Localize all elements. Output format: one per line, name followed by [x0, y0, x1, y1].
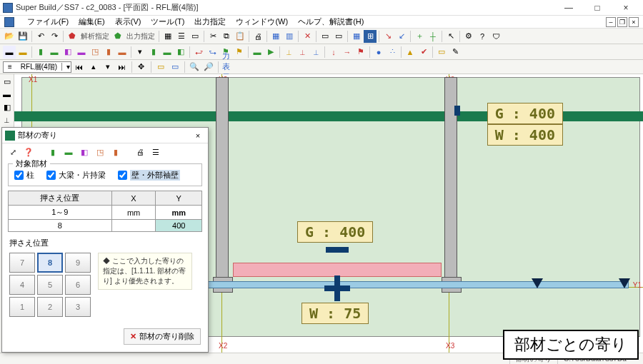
val-y[interactable]: 400	[156, 220, 202, 232]
mode1-icon[interactable]: ▬	[3, 46, 16, 59]
b4-icon[interactable]: ▬	[75, 46, 88, 59]
f1-icon[interactable]: ⮐	[192, 46, 205, 59]
dlg-col-icon[interactable]: ▮	[46, 146, 59, 158]
mdi-max[interactable]: ❐	[617, 17, 627, 27]
key-8[interactable]: 8	[37, 253, 63, 273]
dots-icon[interactable]: ∴	[386, 46, 399, 59]
vtool-4[interactable]: ⟂	[1, 114, 13, 126]
selbox2-icon[interactable]: ▭	[169, 61, 181, 74]
nav-last-icon[interactable]: ⏭	[116, 61, 129, 74]
dlg-brace-icon[interactable]: ◳	[94, 146, 106, 158]
zoomout-icon[interactable]: 🔎	[202, 61, 215, 74]
out-icon[interactable]: ⬟	[111, 30, 124, 43]
menu-tool[interactable]: ツール(T)	[151, 16, 184, 27]
g2-icon[interactable]: ▬	[161, 46, 174, 59]
b3-icon[interactable]: ◧	[61, 46, 74, 59]
tri-icon[interactable]: ▲	[404, 46, 417, 59]
axis-icon[interactable]: ┼	[427, 30, 439, 43]
layer-combo[interactable]: ≡ RFL層(4階) ▾	[3, 61, 71, 73]
menu-edit[interactable]: 編集(E)	[79, 16, 105, 27]
menu-window[interactable]: ウィンドウ(W)	[236, 16, 288, 27]
val-x[interactable]	[111, 220, 156, 232]
chk-column[interactable]: 柱	[14, 170, 34, 181]
shield-icon[interactable]: 🛡	[489, 30, 502, 43]
anchor2-icon[interactable]: ⟂	[296, 46, 309, 59]
pan-icon[interactable]: ✥	[135, 61, 148, 74]
check-icon[interactable]: ✔	[417, 46, 430, 59]
calc-icon[interactable]: ⬟	[66, 30, 79, 43]
play-icon[interactable]: ▶	[264, 46, 277, 59]
key-3[interactable]: 3	[65, 297, 91, 317]
chk-beam[interactable]: 大梁・片持梁	[46, 170, 106, 181]
b1-icon[interactable]: ▮	[34, 46, 47, 59]
mode2-icon[interactable]: ▬	[16, 46, 29, 59]
maximize-button[interactable]: □	[583, 0, 612, 16]
nav-up-icon[interactable]: ▴	[87, 61, 100, 74]
save-icon[interactable]: 💾	[16, 30, 29, 43]
dlg-print-icon[interactable]: 🖨	[134, 146, 146, 158]
vtool-2[interactable]: ▬	[1, 89, 13, 100]
mdi-min[interactable]: –	[606, 17, 616, 27]
dlg-wall-icon[interactable]: ◧	[78, 146, 91, 158]
menu-file[interactable]: ファイル(F)	[27, 16, 69, 27]
help-icon[interactable]: ?	[476, 30, 489, 43]
right-icon[interactable]: →	[341, 46, 354, 59]
pointer-icon[interactable]: ↖	[444, 30, 457, 43]
zoomin-icon[interactable]: 🔍	[188, 61, 201, 74]
layer-icon[interactable]: ☰	[175, 30, 188, 43]
chk-wall[interactable]: 壁・外部袖壁	[118, 170, 180, 181]
nav-first-icon[interactable]: ⏮	[73, 61, 86, 74]
key-1[interactable]: 1	[9, 297, 35, 317]
dlg-fit-icon[interactable]: ⤢	[6, 146, 19, 158]
b6-icon[interactable]: ▮	[102, 46, 115, 59]
selbox-icon[interactable]: ▭	[154, 61, 167, 74]
anchor1-icon[interactable]: ⟂	[282, 46, 295, 59]
undo-icon[interactable]: ↶	[34, 30, 47, 43]
vtool-1[interactable]: ▭	[1, 76, 13, 87]
key-4[interactable]: 4	[9, 275, 35, 295]
b7-icon[interactable]: ▬	[116, 46, 129, 59]
vtool-3[interactable]: ◧	[1, 101, 13, 113]
g1-icon[interactable]: ▮	[147, 46, 160, 59]
anchor3-icon[interactable]: ⟂	[309, 46, 322, 59]
win1-icon[interactable]: ▭	[319, 30, 332, 43]
rect-icon[interactable]: ▭	[189, 30, 201, 43]
snap-icon[interactable]: ⊞	[364, 30, 377, 43]
copy-icon[interactable]: ⧉	[220, 30, 233, 43]
handle-right[interactable]	[454, 106, 460, 116]
flag3-icon[interactable]: ⚑	[354, 46, 367, 59]
disp-icon[interactable]: 力表示	[221, 61, 234, 74]
dialog-close-button[interactable]: ×	[191, 131, 205, 140]
print-icon[interactable]: 🖨	[251, 30, 264, 43]
plus-icon[interactable]: ＋	[413, 30, 426, 43]
beam-pink[interactable]	[233, 263, 442, 277]
mdi-close[interactable]: ×	[629, 17, 639, 27]
menu-help[interactable]: ヘルプ、解説書(H)	[298, 16, 364, 27]
column-x2[interactable]	[216, 77, 229, 281]
f2-icon[interactable]: ⮑	[206, 46, 219, 59]
key-2[interactable]: 2	[37, 297, 63, 317]
chevron-down-icon[interactable]: ▾	[61, 63, 71, 71]
win2-icon[interactable]: ▭	[332, 30, 345, 43]
more1-icon[interactable]: ▾	[134, 46, 146, 59]
sq-icon[interactable]: ▬	[251, 46, 264, 59]
grid2-icon[interactable]: ▦	[269, 30, 282, 43]
dlg-list-icon[interactable]: ☰	[149, 146, 162, 158]
pencil-icon[interactable]: ✎	[449, 46, 462, 59]
key-7[interactable]: 7	[9, 253, 35, 273]
key-6[interactable]: 6	[65, 275, 91, 295]
close-button[interactable]: ×	[612, 0, 640, 16]
dlg-beam-icon[interactable]: ▬	[62, 146, 75, 158]
gridblue-icon[interactable]: ▦	[350, 30, 363, 43]
del-icon[interactable]: ✕	[301, 30, 314, 43]
arrow-b-icon[interactable]: ↙	[395, 30, 408, 43]
dlg-help-icon[interactable]: ❓	[22, 146, 35, 158]
b2-icon[interactable]: ▬	[48, 46, 61, 59]
dialog-titlebar[interactable]: 部材の寄り ×	[2, 128, 208, 143]
nav-down-icon[interactable]: ▾	[101, 61, 114, 74]
key-9[interactable]: 9	[65, 253, 91, 273]
settings-icon[interactable]: ⚙	[462, 30, 475, 43]
open-icon[interactable]: 📂	[3, 30, 16, 43]
b5-icon[interactable]: ◳	[89, 46, 101, 59]
paste-icon[interactable]: 📋	[234, 30, 246, 43]
